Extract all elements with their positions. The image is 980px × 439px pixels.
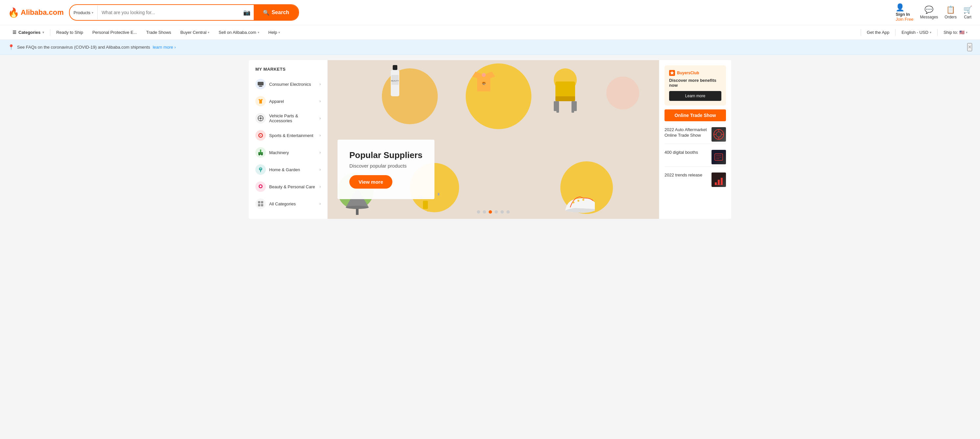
- banner-subheading: Discover popular products: [349, 163, 423, 169]
- content-card: MY MARKETS Consumer Electronics › Appare…: [249, 60, 731, 219]
- product-bottle-image: BEAUTY: [387, 65, 403, 105]
- search-dropdown-label: Products: [74, 10, 91, 15]
- messages-action[interactable]: 💬 Messages: [920, 6, 938, 19]
- search-input[interactable]: [98, 6, 240, 19]
- sidebar-item-home-garden[interactable]: Home & Garden ›: [249, 161, 327, 178]
- sidebar-item-label: Beauty & Personal Care: [269, 185, 316, 189]
- view-more-button[interactable]: View more: [349, 175, 392, 189]
- svg-rect-0: [258, 82, 264, 86]
- svg-rect-32: [555, 81, 575, 98]
- orders-icon: 📋: [946, 6, 955, 14]
- banner-dot-1[interactable]: [477, 210, 480, 213]
- nav-divider: [861, 29, 861, 36]
- svg-point-20: [259, 185, 262, 187]
- decorative-circle: [606, 76, 639, 110]
- sidebar-item-label: Vehicle Parts & Accessories: [269, 113, 316, 123]
- logo[interactable]: 🔥 Alibaba.com: [8, 7, 64, 18]
- svg-rect-43: [438, 193, 439, 196]
- cart-action[interactable]: 🛒 Cart: [963, 6, 972, 19]
- trade-show-button[interactable]: Online Trade Show: [665, 110, 726, 121]
- trade-show-item-3[interactable]: 2022 trends release: [665, 170, 726, 189]
- banner-dot-6[interactable]: [506, 210, 510, 213]
- nav-trade-shows[interactable]: Trade Shows: [142, 25, 176, 40]
- alert-learn-more[interactable]: learn more ›: [153, 45, 176, 49]
- logo-icon: 🔥: [8, 7, 19, 18]
- sidebar-item-apparel[interactable]: Apparel ›: [249, 93, 327, 110]
- svg-rect-24: [261, 204, 263, 206]
- machinery-icon: [255, 147, 266, 158]
- banner-dots: [477, 210, 510, 213]
- svg-point-4: [259, 117, 262, 119]
- sidebar-item-beauty[interactable]: Beauty & Personal Care ›: [249, 178, 327, 195]
- search-bar: Products ▾ 📷 🔍 Search: [69, 4, 299, 21]
- sidebar-item-label: Home & Garden: [269, 167, 316, 172]
- product-chair-image: [547, 65, 583, 115]
- sidebar-item-vehicle-parts[interactable]: Vehicle Parts & Accessories ›: [249, 110, 327, 127]
- trade-show-thumbnail-1: [711, 127, 726, 142]
- svg-rect-62: [721, 178, 723, 185]
- menu-icon: ☰: [13, 30, 16, 35]
- logo-text: Alibaba.com: [21, 8, 64, 17]
- search-button[interactable]: 🔍 Search: [254, 5, 298, 20]
- sign-in-block[interactable]: 👤 Sign In Join Free: [896, 3, 913, 22]
- nav-language[interactable]: English - USD ▾: [897, 25, 936, 40]
- chevron-down-icon: ▾: [278, 30, 280, 34]
- svg-point-29: [482, 73, 486, 77]
- join-free-link[interactable]: Join Free: [896, 17, 913, 22]
- buyers-club-icon: [669, 70, 675, 76]
- sidebar-item-machinery[interactable]: Machinery ›: [249, 144, 327, 161]
- chevron-right-icon: ›: [320, 116, 321, 121]
- learn-more-button[interactable]: Learn more: [669, 91, 721, 101]
- banner-heading: Popular Suppliers: [349, 150, 423, 161]
- trade-show-item-2[interactable]: 400 digital booths: [665, 148, 726, 167]
- svg-rect-36: [554, 101, 557, 111]
- svg-rect-25: [393, 65, 397, 70]
- sports-icon: [255, 130, 266, 141]
- trade-show-item-1[interactable]: 2022 Auto Aftermarket Online Trade Show: [665, 125, 726, 144]
- sidebar-item-sports[interactable]: Sports & Entertainment ›: [249, 127, 327, 144]
- product-shoes-image: [564, 191, 597, 217]
- header: 🔥 Alibaba.com Products ▾ 📷 🔍 Search 👤 Si…: [0, 0, 980, 25]
- nav-help[interactable]: Help ▾: [264, 25, 285, 40]
- categories-button[interactable]: ☰ Categories ▾: [8, 25, 49, 40]
- buyers-club-card[interactable]: BuyersClub Discover more benefits now Le…: [665, 65, 726, 105]
- nav-ship-to[interactable]: Ship to: 🇺🇸 ▾: [939, 25, 972, 40]
- product-shirt-image: 🐯: [469, 67, 498, 96]
- chevron-right-icon: ›: [320, 167, 321, 172]
- apparel-icon: [255, 96, 266, 107]
- alert-close-button[interactable]: ×: [967, 43, 972, 51]
- sidebar-item-label: Apparel: [269, 99, 316, 104]
- svg-rect-22: [261, 201, 263, 204]
- orders-action[interactable]: 📋 Orders: [945, 6, 957, 19]
- svg-point-47: [573, 201, 574, 204]
- banner-area: BEAUTY 🐯: [328, 60, 659, 219]
- beauty-icon: [255, 181, 266, 192]
- cart-icon: 🛒: [963, 6, 972, 14]
- chevron-down-icon: ▾: [258, 30, 259, 34]
- camera-icon[interactable]: 📷: [240, 9, 254, 16]
- sidebar-item-consumer-electronics[interactable]: Consumer Electronics ›: [249, 76, 327, 93]
- banner-dot-2[interactable]: [483, 210, 486, 213]
- vehicle-parts-icon: [255, 113, 266, 124]
- messages-icon: 💬: [924, 6, 933, 14]
- nav-get-app[interactable]: Get the App: [862, 25, 894, 40]
- sidebar: MY MARKETS Consumer Electronics › Appare…: [249, 60, 328, 219]
- nav-ppe[interactable]: Personal Protective E...: [88, 25, 142, 40]
- chevron-right-icon: ›: [320, 133, 321, 138]
- banner-dot-5[interactable]: [501, 210, 504, 213]
- svg-rect-61: [718, 180, 720, 185]
- banner-dot-4[interactable]: [495, 210, 498, 213]
- svg-text:🐯: 🐯: [482, 81, 486, 86]
- search-dropdown[interactable]: Products ▾: [70, 6, 98, 19]
- buyers-club-title: BuyersClub: [677, 71, 699, 75]
- nav-ready-to-ship[interactable]: Ready to Ship: [52, 25, 88, 40]
- sign-in-link[interactable]: Sign In: [896, 12, 910, 17]
- sidebar-item-all-categories[interactable]: All Categories ›: [249, 195, 327, 212]
- banner-dot-3[interactable]: [489, 210, 492, 213]
- flag-icon: 🇺🇸: [959, 30, 964, 35]
- trade-show-item-title: 400 digital booths: [665, 150, 709, 156]
- consumer-electronics-icon: [255, 79, 266, 89]
- nav-sell[interactable]: Sell on Alibaba.com ▾: [214, 25, 264, 40]
- nav-buyer-central[interactable]: Buyer Central ▾: [176, 25, 214, 40]
- chevron-right-icon: ›: [320, 150, 321, 155]
